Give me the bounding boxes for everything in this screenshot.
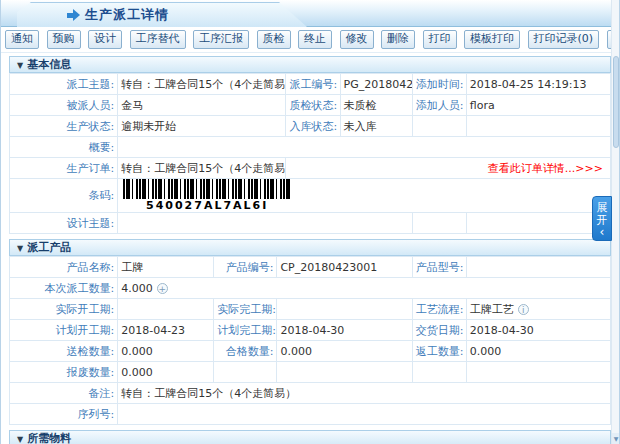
empty-value-cell bbox=[466, 116, 610, 137]
add-user-label: 添加人员: bbox=[412, 95, 466, 116]
main-content: ▼基本信息 派工主题: 转自：工牌合同15个（4个走简易） 派工编号: PG_2… bbox=[1, 53, 619, 444]
process-info-icon[interactable]: i bbox=[518, 304, 529, 315]
prod-status-value: 逾期未开始 bbox=[118, 116, 286, 137]
table-row: 报废数量: 0.000 bbox=[10, 362, 611, 383]
product-name-label: 产品名称: bbox=[10, 257, 118, 278]
dispatch-no-value: PG_20180425001 bbox=[340, 74, 412, 95]
design-subject-value bbox=[118, 213, 412, 234]
prod-status-label: 生产状态: bbox=[10, 116, 118, 137]
process-report-button[interactable]: 工序汇报 bbox=[193, 30, 249, 49]
inspect-qty-label: 送检数量: bbox=[10, 341, 118, 362]
plan-end-label: 计划完工期: bbox=[214, 320, 277, 341]
modify-button[interactable]: 修改 bbox=[340, 30, 374, 49]
collapse-triangle-icon: ▼ bbox=[17, 244, 23, 253]
chevron-left-icon: ‹ bbox=[593, 227, 611, 237]
table-row: 概要: bbox=[10, 137, 611, 158]
template-print-button[interactable]: 模板打印 bbox=[464, 30, 520, 49]
warehouse-status-label: 入库状态: bbox=[286, 116, 340, 137]
actual-end-label: 实际完工期: bbox=[214, 299, 277, 320]
dispatch-no-label: 派工编号: bbox=[286, 74, 340, 95]
table-row: 产品名称: 工牌 产品编号: CP_20180423001 产品型号: bbox=[10, 257, 611, 278]
actual-start-value bbox=[118, 299, 214, 320]
table-row: 序列号: bbox=[10, 404, 611, 425]
rework-qty-value: 0.000 bbox=[466, 341, 610, 362]
design-button[interactable]: 设计 bbox=[88, 30, 122, 49]
section-header-dispatch-product[interactable]: ▼派工产品 bbox=[9, 239, 611, 256]
table-row: 备注: 转自：工牌合同15个（4个走简易） bbox=[10, 383, 611, 404]
qualified-qty-value: 0.000 bbox=[277, 341, 412, 362]
remark-label: 备注: bbox=[10, 383, 118, 404]
adjust-quantity-icon[interactable]: + bbox=[157, 283, 168, 294]
title-arrow-icon bbox=[67, 9, 80, 21]
process-substitute-button[interactable]: 工序替代 bbox=[130, 30, 186, 49]
table-row: 生产状态: 逾期未开始 入库状态: 未入库 bbox=[10, 116, 611, 137]
dispatch-subject-value: 转自：工牌合同15个（4个走简易） bbox=[118, 74, 286, 95]
inspect-qty-value: 0.000 bbox=[118, 341, 214, 362]
warehouse-status-value: 未入库 bbox=[340, 116, 412, 137]
table-row: 计划开工期: 2018-04-23 计划完工期: 2018-04-30 交货日期… bbox=[10, 320, 611, 341]
plan-end-value: 2018-04-30 bbox=[277, 320, 412, 341]
notify-button[interactable]: 通知 bbox=[5, 30, 39, 49]
assignee-value: 金马 bbox=[118, 95, 286, 116]
plan-start-label: 计划开工期: bbox=[10, 320, 118, 341]
expand-panel-button[interactable]: 展 开 ‹ bbox=[592, 196, 612, 241]
empty-label-cell bbox=[412, 362, 466, 383]
section-header-basic-info[interactable]: ▼基本信息 bbox=[9, 56, 611, 73]
quality-check-button[interactable]: 质检 bbox=[257, 30, 291, 49]
empty-label-cell bbox=[412, 213, 466, 234]
table-row: 被派人员: 金马 质检状态: 未质检 添加人员: flora bbox=[10, 95, 611, 116]
actual-start-label: 实际开工期: bbox=[10, 299, 118, 320]
rework-qty-label: 返工数量: bbox=[412, 341, 466, 362]
actual-end-value bbox=[277, 299, 412, 320]
qc-status-label: 质检状态: bbox=[286, 95, 340, 116]
table-row: 送检数量: 0.000 合格数量: 0.000 返工数量: 0.000 bbox=[10, 341, 611, 362]
delete-button[interactable]: 删除 bbox=[381, 30, 415, 49]
delivery-date-value: 2018-04-30 bbox=[466, 320, 610, 341]
empty-label-cell bbox=[214, 362, 277, 383]
table-row: 派工主题: 转自：工牌合同15个（4个走简易） 派工编号: PG_2018042… bbox=[10, 74, 611, 95]
basic-info-title: 基本信息 bbox=[27, 58, 71, 71]
expand-label-line1: 展 bbox=[593, 201, 611, 214]
process-flow-value: 工牌工艺 bbox=[470, 303, 514, 316]
order-link-cell: 查看此订单详情...>>> bbox=[286, 158, 611, 179]
barcode-text: 540027AL7AL6I bbox=[123, 199, 291, 212]
table-row: 生产订单: 转自：工牌合同15个（4个走简易） 查看此订单详情...>>> bbox=[10, 158, 611, 179]
process-flow-label: 工艺流程: bbox=[412, 299, 466, 320]
empty-label-cell bbox=[412, 116, 466, 137]
prod-order-value: 转自：工牌合同15个（4个走简易） bbox=[118, 158, 286, 179]
dispatch-qty-value: 4.000 bbox=[121, 282, 153, 295]
product-model-value bbox=[466, 257, 610, 278]
product-code-label: 产品编号: bbox=[214, 257, 277, 278]
terminate-button[interactable]: 终止 bbox=[298, 30, 332, 49]
dispatch-qty-cell: 4.000+ bbox=[118, 278, 611, 299]
barcode-image bbox=[123, 179, 291, 199]
toolbar: 通知 预购 设计 工序替代 工序汇报 质检 终止 修改 删除 打印 模板打印 打… bbox=[1, 27, 619, 53]
serial-no-value bbox=[118, 404, 611, 425]
scrollbar-thumb[interactable] bbox=[613, 56, 619, 148]
section-header-required-materials[interactable]: ▼所需物料 bbox=[9, 430, 611, 444]
print-button[interactable]: 打印 bbox=[423, 30, 457, 49]
table-row: 条码: 540027AL7AL6I bbox=[10, 179, 611, 213]
empty-value-cell bbox=[466, 362, 610, 383]
print-record-button[interactable]: 打印记录(0) bbox=[528, 30, 600, 49]
page-title: 生产派工详情 bbox=[85, 6, 169, 24]
barcode-label: 条码: bbox=[10, 179, 118, 213]
scroll-down-arrow-icon[interactable]: ▼ bbox=[612, 433, 620, 444]
view-order-detail-link[interactable]: 查看此订单详情...>>> bbox=[488, 161, 607, 176]
product-model-label: 产品型号: bbox=[412, 257, 466, 278]
empty-value-cell bbox=[466, 213, 610, 234]
vertical-scrollbar[interactable]: ▼ bbox=[611, 0, 619, 444]
process-flow-cell: 工牌工艺i bbox=[466, 299, 610, 320]
add-time-value: 2018-04-25 14:19:13 bbox=[466, 74, 610, 95]
prepurchase-button[interactable]: 预购 bbox=[47, 30, 81, 49]
serial-no-label: 序列号: bbox=[10, 404, 118, 425]
plan-start-value: 2018-04-23 bbox=[118, 320, 214, 341]
required-materials-title: 所需物料 bbox=[27, 432, 71, 444]
summary-value bbox=[118, 137, 611, 158]
table-row: 实际开工期: 实际完工期: 工艺流程: 工牌工艺i bbox=[10, 299, 611, 320]
delivery-date-label: 交货日期: bbox=[412, 320, 466, 341]
add-user-value: flora bbox=[466, 95, 610, 116]
empty-value-cell bbox=[277, 362, 412, 383]
table-row: 本次派工数量: 4.000+ bbox=[10, 278, 611, 299]
design-subject-label: 设计主题: bbox=[10, 213, 118, 234]
